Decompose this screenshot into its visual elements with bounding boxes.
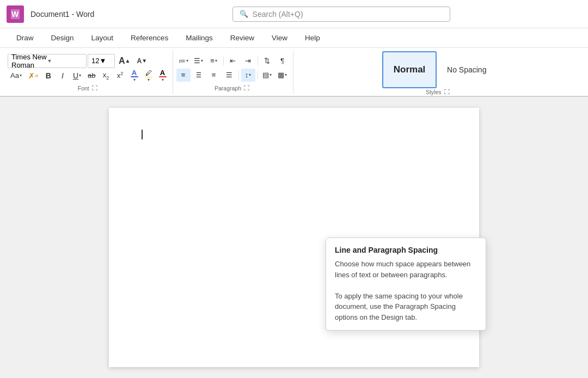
search-icon: 🔍 [240,10,248,18]
para-controls: ≔ ▾ ☰ ▾ ≡ ▾ ⇤ ⇥ [176,51,290,84]
paragraph-expand-btn[interactable]: ⛶ [242,84,251,92]
bullets-icon: ≔ [179,57,186,65]
align-right-icon: ≡ [212,71,216,79]
tab-references[interactable]: References [123,28,176,47]
search-placeholder: Search (Alt+Q) [253,10,303,19]
font-expand-btn[interactable]: ⛶ [90,84,99,92]
sort-btn[interactable]: ⇅ [260,54,274,68]
styles-group: Normal No Spacing Styles ⛶ [293,50,584,94]
tab-view[interactable]: View [264,28,295,47]
line-spacing-icon: ↕ [245,71,249,79]
subscript-icon: x2 [103,71,109,81]
search-bar[interactable]: 🔍 Search (Alt+Q) [232,7,450,22]
tab-draw[interactable]: Draw [9,28,41,47]
font-color-red-letter: A [160,69,165,76]
font-color-letter: A [132,69,137,76]
underline-icon: U [73,71,78,80]
clear-format-icon: ✗ [28,71,35,80]
grow-font-btn[interactable]: A ▲ [116,54,133,68]
shading-icon: ▤ [262,71,269,79]
change-case-btn[interactable]: Aa ▾ [8,69,24,82]
grow-font-icon: A [119,56,125,66]
change-case-icon: Aa [10,71,19,80]
font-controls: Times New Roman ▼ 12 ▼ A ▲ A ▼ [8,51,169,84]
text-cursor [142,130,143,139]
justify-btn[interactable]: ☰ [222,69,236,82]
font-row2: Aa ▾ ✗ A B I U ▾ ab [8,69,169,82]
document-area[interactable]: Line and Paragraph Spacing Choose how mu… [0,97,588,378]
tab-review[interactable]: Review [223,28,262,47]
numbering-btn[interactable]: ☰ ▾ [192,54,206,68]
justify-icon: ☰ [226,71,232,79]
multilevel-btn[interactable]: ≡ ▾ [207,54,221,68]
paragraph-group: ≔ ▾ ☰ ▾ ≡ ▾ ⇤ ⇥ [173,50,293,94]
font-group: Times New Roman ▼ 12 ▼ A ▲ A ▼ [4,50,173,94]
font-size-selector[interactable]: 12 ▼ [88,54,115,68]
para-sep2 [258,57,258,65]
tooltip-line2: To apply the same spacing to your whole … [335,292,463,321]
italic-btn[interactable]: I [56,69,69,82]
tab-help[interactable]: Help [297,28,328,47]
bold-icon: B [46,71,51,80]
borders-btn[interactable]: ▦ ▾ [275,69,290,82]
para-sep3 [238,71,239,80]
para-sep4 [258,71,258,80]
align-left-btn[interactable]: ≡ [176,69,191,82]
font-color-red-btn[interactable]: A ▾ [156,69,169,82]
title-bar: W Document1 - Word 🔍 Search (Alt+Q) [0,0,588,28]
styles-row: Normal No Spacing [382,51,494,88]
increase-indent-icon: ⇥ [245,57,251,65]
paragraph-group-label: Paragraph ⛶ [215,84,251,93]
shrink-font-btn[interactable]: A ▼ [134,54,150,68]
decrease-indent-btn[interactable]: ⇤ [226,54,240,68]
font-selector[interactable]: Times New Roman ▼ [8,54,87,68]
tooltip-box: Line and Paragraph Spacing Choose how mu… [326,237,486,331]
strikethrough-icon: ab [88,71,95,80]
numbering-icon: ☰ [194,57,200,65]
line-spacing-btn[interactable]: ↕ ▾ [241,69,255,82]
align-left-icon: ≡ [181,71,186,79]
para-row2: ≡ ☰ ≡ ☰ ↕ ▾ ▤ [176,69,290,82]
show-hide-icon: ¶ [280,57,284,65]
clear-format-btn[interactable]: ✗ A [26,69,41,82]
shading-btn[interactable]: ▤ ▾ [260,69,274,82]
tooltip-line1: Choose how much space appears between li… [335,260,470,279]
ribbon-toolbar: Times New Roman ▼ 12 ▼ A ▲ A ▼ [0,48,588,97]
borders-icon: ▦ [278,71,284,79]
decrease-indent-icon: ⇤ [230,57,236,65]
tooltip-body: Choose how much space appears between li… [335,259,477,322]
subscript-btn[interactable]: x2 [100,69,113,82]
svg-text:W: W [11,10,19,19]
styles-expand-btn[interactable]: ⛶ [443,88,451,95]
font-dropdown-arrow: ▼ [47,58,83,64]
font-size: 12 [91,57,99,65]
changecase-arrow: ▾ [20,73,22,78]
strikethrough-btn[interactable]: ab [85,69,98,82]
increase-indent-btn[interactable]: ⇥ [241,54,255,68]
font-name: Times New Roman [11,53,47,69]
align-center-btn[interactable]: ☰ [192,69,206,82]
align-center-icon: ☰ [195,71,201,79]
normal-style-btn[interactable]: Normal [382,51,437,88]
font-color-btn[interactable]: A ▾ [128,69,141,82]
highlight-icon: 🖊 [145,69,152,77]
nospacing-style-btn[interactable]: No Spacing [439,51,494,88]
font-group-label: Font ⛶ [78,84,99,93]
styles-group-label: Styles ⛶ [426,88,451,96]
bullets-btn[interactable]: ≔ ▾ [176,54,191,68]
superscript-icon: x2 [117,71,124,80]
underline-btn[interactable]: U ▾ [70,69,84,82]
font-row1: Times New Roman ▼ 12 ▼ A ▲ A ▼ [8,54,169,68]
align-right-btn[interactable]: ≡ [207,69,221,82]
highlight-btn[interactable]: 🖊 ▾ [142,69,155,82]
multilevel-icon: ≡ [210,57,215,65]
tab-mailings[interactable]: Mailings [178,28,220,47]
show-hide-btn[interactable]: ¶ [275,54,290,68]
tooltip-title: Line and Paragraph Spacing [335,246,477,254]
ribbon-tabs: Draw Design Layout References Mailings R… [0,28,588,48]
tab-design[interactable]: Design [44,28,82,47]
superscript-btn[interactable]: x2 [114,69,127,82]
tab-layout[interactable]: Layout [84,28,121,47]
bold-btn[interactable]: B [42,69,55,82]
app-icon: W [7,5,24,23]
